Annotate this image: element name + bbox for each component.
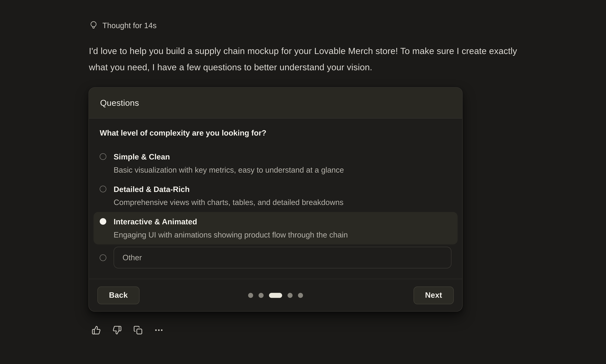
back-button[interactable]: Back xyxy=(97,286,139,304)
questions-card: Questions What level of complexity are y… xyxy=(89,87,463,312)
other-input[interactable] xyxy=(114,247,451,268)
option-description: Engaging UI with animations showing prod… xyxy=(114,230,451,240)
option-label: Detailed & Data-Rich xyxy=(114,184,451,194)
questions-card-footer: Back Next xyxy=(89,279,462,311)
thinking-summary[interactable]: Thought for 14s xyxy=(90,21,157,30)
option-detailed-data-rich[interactable]: Detailed & Data-Rich Comprehensive views… xyxy=(94,180,458,212)
question-text: What level of complexity are you looking… xyxy=(100,128,452,138)
more-options-icon xyxy=(154,325,163,335)
lightbulb-icon xyxy=(90,21,97,30)
radio-unselected-icon xyxy=(100,153,106,160)
questions-card-body: What level of complexity are you looking… xyxy=(89,119,462,279)
radio-unselected-icon xyxy=(100,254,106,261)
pagination-dot xyxy=(248,293,253,298)
thumbs-down-button[interactable] xyxy=(112,325,122,335)
radio-unselected-icon xyxy=(100,186,106,192)
assistant-message-region: Thought for 14s I'd love to help you bui… xyxy=(0,0,606,364)
thumbs-up-button[interactable] xyxy=(92,325,101,335)
thinking-label: Thought for 14s xyxy=(102,21,157,30)
option-label: Simple & Clean xyxy=(114,152,451,162)
more-options-button[interactable] xyxy=(154,325,163,335)
thumbs-down-icon xyxy=(112,325,122,335)
next-button[interactable]: Next xyxy=(413,286,454,304)
message-actions xyxy=(92,325,163,335)
pagination-dots xyxy=(248,293,303,298)
pagination-dot xyxy=(258,293,264,298)
pagination-dot xyxy=(298,293,303,298)
option-other[interactable] xyxy=(94,244,458,268)
assistant-message-text: I'd love to help you build a supply chai… xyxy=(89,43,524,75)
pagination-dot-active xyxy=(269,293,282,298)
copy-icon xyxy=(133,325,143,335)
pagination-dot xyxy=(287,293,293,298)
thumbs-up-icon xyxy=(92,325,101,335)
option-label: Interactive & Animated xyxy=(114,217,451,227)
option-interactive-animated[interactable]: Interactive & Animated Engaging UI with … xyxy=(94,212,458,244)
card-title: Questions xyxy=(100,98,139,108)
copy-button[interactable] xyxy=(133,325,143,335)
radio-selected-icon xyxy=(100,218,106,225)
options-list: Simple & Clean Basic visualization with … xyxy=(94,147,458,268)
option-description: Basic visualization with key metrics, ea… xyxy=(114,165,451,175)
option-simple-clean[interactable]: Simple & Clean Basic visualization with … xyxy=(94,147,458,180)
questions-card-header: Questions xyxy=(89,88,462,119)
option-description: Comprehensive views with charts, tables,… xyxy=(114,197,451,207)
